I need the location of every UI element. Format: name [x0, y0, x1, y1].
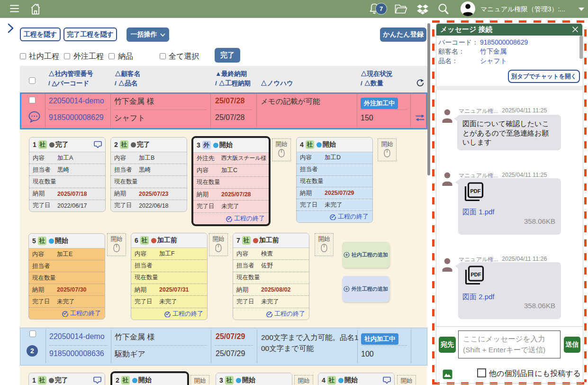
svg-text:PDF: PDF [471, 272, 481, 277]
svg-text:PDF: PDF [470, 188, 481, 194]
